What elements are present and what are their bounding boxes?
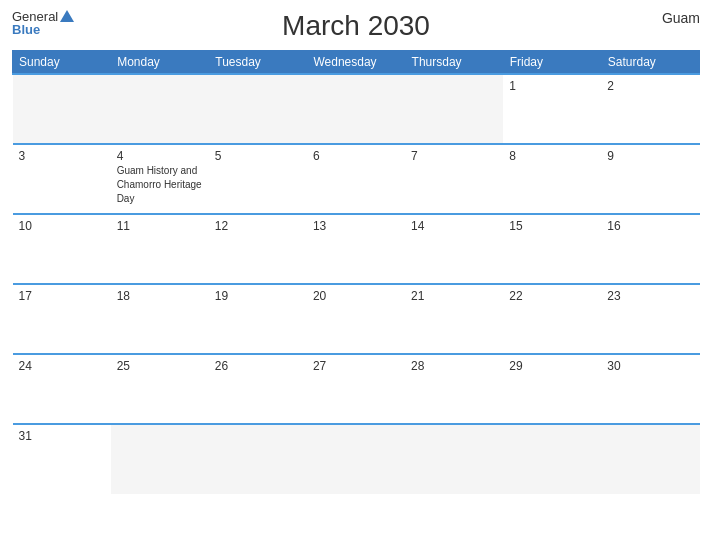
calendar-week-row: 34Guam History and Chamorro Heritage Day… <box>13 144 700 214</box>
weekday-header-monday: Monday <box>111 51 209 75</box>
calendar-day-cell: 14 <box>405 214 503 284</box>
calendar-day-cell <box>601 424 699 494</box>
calendar-title: March 2030 <box>282 10 430 42</box>
day-number: 1 <box>509 79 595 93</box>
day-number: 23 <box>607 289 693 303</box>
calendar-day-cell: 16 <box>601 214 699 284</box>
calendar-day-cell: 28 <box>405 354 503 424</box>
day-number: 11 <box>117 219 203 233</box>
logo-triangle-icon <box>60 10 74 22</box>
calendar-day-cell: 22 <box>503 284 601 354</box>
calendar-day-cell: 25 <box>111 354 209 424</box>
calendar-week-row: 31 <box>13 424 700 494</box>
day-number: 2 <box>607 79 693 93</box>
day-number: 7 <box>411 149 497 163</box>
calendar-day-cell: 20 <box>307 284 405 354</box>
calendar-day-cell <box>209 74 307 144</box>
calendar-header: General Blue March 2030 Guam <box>12 10 700 42</box>
day-number: 27 <box>313 359 399 373</box>
calendar-week-row: 24252627282930 <box>13 354 700 424</box>
day-number: 14 <box>411 219 497 233</box>
calendar-day-cell: 26 <box>209 354 307 424</box>
calendar-day-cell: 24 <box>13 354 111 424</box>
event-label: Guam History and Chamorro Heritage Day <box>117 165 202 204</box>
calendar-day-cell <box>111 74 209 144</box>
weekday-header-thursday: Thursday <box>405 51 503 75</box>
weekday-header-wednesday: Wednesday <box>307 51 405 75</box>
logo-blue-text: Blue <box>12 23 74 36</box>
day-number: 3 <box>19 149 105 163</box>
calendar-day-cell: 27 <box>307 354 405 424</box>
calendar-header-row: SundayMondayTuesdayWednesdayThursdayFrid… <box>13 51 700 75</box>
calendar-day-cell: 31 <box>13 424 111 494</box>
calendar-day-cell: 30 <box>601 354 699 424</box>
calendar-day-cell: 9 <box>601 144 699 214</box>
calendar-container: General Blue March 2030 Guam SundayMonda… <box>0 0 712 550</box>
calendar-day-cell <box>405 424 503 494</box>
calendar-day-cell: 18 <box>111 284 209 354</box>
weekday-header-saturday: Saturday <box>601 51 699 75</box>
weekday-header-friday: Friday <box>503 51 601 75</box>
day-number: 24 <box>19 359 105 373</box>
calendar-body: 1234Guam History and Chamorro Heritage D… <box>13 74 700 494</box>
calendar-day-cell: 17 <box>13 284 111 354</box>
day-number: 20 <box>313 289 399 303</box>
calendar-day-cell: 7 <box>405 144 503 214</box>
calendar-day-cell <box>503 424 601 494</box>
day-number: 17 <box>19 289 105 303</box>
calendar-day-cell: 23 <box>601 284 699 354</box>
calendar-day-cell: 21 <box>405 284 503 354</box>
calendar-day-cell: 29 <box>503 354 601 424</box>
day-number: 8 <box>509 149 595 163</box>
day-number: 13 <box>313 219 399 233</box>
day-number: 18 <box>117 289 203 303</box>
calendar-day-cell: 4Guam History and Chamorro Heritage Day <box>111 144 209 214</box>
day-number: 9 <box>607 149 693 163</box>
day-number: 22 <box>509 289 595 303</box>
calendar-day-cell <box>405 74 503 144</box>
calendar-day-cell: 8 <box>503 144 601 214</box>
calendar-day-cell: 2 <box>601 74 699 144</box>
calendar-day-cell <box>307 424 405 494</box>
day-number: 4 <box>117 149 203 163</box>
weekday-header-sunday: Sunday <box>13 51 111 75</box>
day-number: 29 <box>509 359 595 373</box>
calendar-day-cell <box>111 424 209 494</box>
calendar-day-cell <box>13 74 111 144</box>
calendar-day-cell: 12 <box>209 214 307 284</box>
logo: General Blue <box>12 10 74 36</box>
day-number: 30 <box>607 359 693 373</box>
region-label: Guam <box>662 10 700 26</box>
calendar-week-row: 12 <box>13 74 700 144</box>
day-number: 12 <box>215 219 301 233</box>
calendar-day-cell: 1 <box>503 74 601 144</box>
calendar-table: SundayMondayTuesdayWednesdayThursdayFrid… <box>12 50 700 494</box>
day-number: 10 <box>19 219 105 233</box>
calendar-week-row: 10111213141516 <box>13 214 700 284</box>
day-number: 26 <box>215 359 301 373</box>
calendar-day-cell: 10 <box>13 214 111 284</box>
day-number: 28 <box>411 359 497 373</box>
calendar-day-cell: 19 <box>209 284 307 354</box>
calendar-day-cell: 6 <box>307 144 405 214</box>
calendar-day-cell: 3 <box>13 144 111 214</box>
day-number: 15 <box>509 219 595 233</box>
day-number: 5 <box>215 149 301 163</box>
calendar-day-cell: 15 <box>503 214 601 284</box>
calendar-day-cell: 5 <box>209 144 307 214</box>
calendar-day-cell: 11 <box>111 214 209 284</box>
day-number: 6 <box>313 149 399 163</box>
calendar-day-cell <box>307 74 405 144</box>
day-number: 31 <box>19 429 105 443</box>
day-number: 21 <box>411 289 497 303</box>
day-number: 25 <box>117 359 203 373</box>
weekday-header-tuesday: Tuesday <box>209 51 307 75</box>
day-number: 19 <box>215 289 301 303</box>
calendar-week-row: 17181920212223 <box>13 284 700 354</box>
day-number: 16 <box>607 219 693 233</box>
calendar-day-cell: 13 <box>307 214 405 284</box>
calendar-day-cell <box>209 424 307 494</box>
